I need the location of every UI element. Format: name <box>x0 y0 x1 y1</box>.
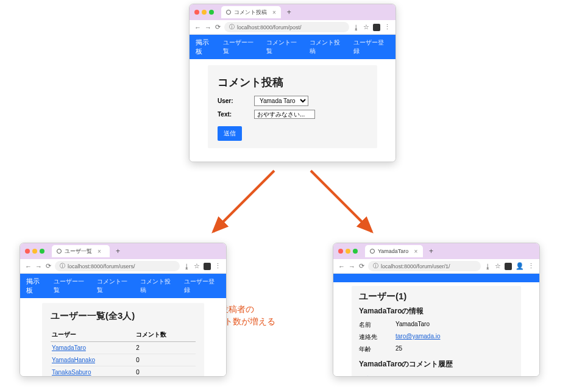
nav-link-post[interactable]: コメント投稿 <box>140 277 176 294</box>
user-link[interactable]: YamadaHanako <box>52 357 95 363</box>
favicon-icon <box>370 249 375 254</box>
browser-post: コメント投稿 × + ← → ⟳ ⓘ localhost:8000/forum/… <box>189 4 396 162</box>
tab-title: ユーザ一覧 <box>65 248 92 255</box>
info-key: 年齢 <box>359 345 395 354</box>
info-heading: YamadaTaroの情報 <box>359 306 514 316</box>
url-field[interactable]: ⓘ localhost:8000/forum/post/ <box>224 22 349 32</box>
nav-brand[interactable]: 掲示板 <box>26 277 46 295</box>
profile-icon[interactable]: 👤 <box>516 262 524 270</box>
url-text: localhost:8000/forum/post/ <box>237 24 302 30</box>
new-tab-button[interactable]: + <box>429 247 433 255</box>
star-icon[interactable]: ☆ <box>363 23 369 31</box>
table-row: TanakaSaburo 0 <box>51 366 196 377</box>
reload-button[interactable]: ⟳ <box>359 262 364 270</box>
info-icon: ⓘ <box>229 23 235 31</box>
user-link[interactable]: TanakaSaburo <box>52 369 91 376</box>
page-title: ユーザー一覧(全3人) <box>51 310 196 322</box>
address-bar: ← → ⟳ ⓘ localhost:8000/forum/post/ ⭳ ☆ ⋮ <box>190 20 395 35</box>
forward-button[interactable]: → <box>349 263 355 270</box>
nav-link-register[interactable]: ユーザー登録 <box>353 38 389 55</box>
col-count: コメント数 <box>135 328 196 342</box>
back-button[interactable]: ← <box>338 263 345 270</box>
info-value: YamadaTaro <box>395 321 430 329</box>
users-table: ユーザー コメント数 YamadaTaro 2 YamadaHanako 0 T… <box>51 328 196 376</box>
nav-link-comments[interactable]: コメント一覧 <box>266 38 302 55</box>
count-cell: 0 <box>135 354 196 366</box>
history-heading: YamadaTaroのコメント履歴 <box>359 359 514 369</box>
svg-line-0 <box>213 171 274 232</box>
url-field[interactable]: ⓘ localhost:8000/forum/user/1/ <box>368 261 481 271</box>
browser-tab[interactable]: コメント投稿 × <box>221 6 281 18</box>
favicon-icon <box>57 249 62 254</box>
window-controls[interactable] <box>25 249 44 254</box>
address-bar: ← → ⟳ ⓘ localhost:8000/forum/user/1/ ⭳ ☆… <box>333 259 539 274</box>
download-icon[interactable]: ⭳ <box>183 263 190 270</box>
menu-icon[interactable]: ⋮ <box>528 262 534 270</box>
count-cell: 0 <box>135 366 196 377</box>
menu-icon[interactable]: ⋮ <box>215 262 221 270</box>
download-icon[interactable]: ⭳ <box>484 263 491 270</box>
browser-tab[interactable]: ユーザ一覧 × <box>52 245 110 257</box>
window-controls[interactable] <box>338 249 358 254</box>
col-user: ユーザー <box>51 328 135 342</box>
address-bar: ← → ⟳ ⓘ localhost:8000/forum/users/ ⭳ ☆ … <box>20 259 226 274</box>
table-row: YamadaTaro 2 <box>51 342 196 354</box>
new-tab-button[interactable]: + <box>116 247 120 255</box>
nav-link-users[interactable]: ユーザー一覧 <box>54 277 90 294</box>
info-row: 年齢 25 <box>359 343 514 355</box>
text-input[interactable] <box>254 110 315 119</box>
comment-link[interactable]: こんにちは！！！ <box>359 375 408 376</box>
nav-brand[interactable]: 掲示板 <box>196 38 216 56</box>
count-cell: 2 <box>135 342 196 354</box>
info-key: 連絡先 <box>359 333 395 341</box>
url-text: localhost:8000/forum/users/ <box>68 263 135 269</box>
extension-icon[interactable] <box>505 263 512 270</box>
extension-icon[interactable] <box>373 24 380 31</box>
page-title: コメント投稿 <box>218 75 367 90</box>
new-tab-button[interactable]: + <box>287 8 291 16</box>
url-text: localhost:8000/forum/user/1/ <box>381 263 450 269</box>
forward-button[interactable]: → <box>35 263 42 270</box>
browser-user-detail: YamadaTaro × + ← → ⟳ ⓘ localhost:8000/fo… <box>333 243 540 377</box>
info-row: 名前 YamadaTaro <box>359 319 514 331</box>
tab-title: YamadaTaro <box>378 248 408 254</box>
url-field[interactable]: ⓘ localhost:8000/forum/users/ <box>55 261 180 271</box>
back-button[interactable]: ← <box>25 263 32 270</box>
extension-icon[interactable] <box>204 263 211 270</box>
close-icon[interactable]: × <box>98 248 101 255</box>
user-link[interactable]: YamadaTaro <box>52 344 86 351</box>
user-label: User: <box>218 98 254 104</box>
star-icon[interactable]: ☆ <box>194 262 200 270</box>
close-icon[interactable]: × <box>272 9 276 16</box>
browser-users: ユーザ一覧 × + ← → ⟳ ⓘ localhost:8000/forum/u… <box>20 243 227 377</box>
close-icon[interactable]: × <box>414 248 417 255</box>
app-navbar <box>333 274 539 282</box>
info-icon: ⓘ <box>373 262 378 270</box>
info-value: 25 <box>395 345 402 354</box>
nav-link-users[interactable]: ユーザー一覧 <box>223 38 259 55</box>
info-icon: ⓘ <box>60 262 65 270</box>
user-select[interactable]: Yamada Taro <box>254 96 308 106</box>
tab-bar: YamadaTaro × + <box>333 243 539 259</box>
nav-link-post[interactable]: コメント投稿 <box>310 38 346 55</box>
reload-button[interactable]: ⟳ <box>215 23 221 31</box>
tab-bar: コメント投稿 × + <box>190 4 395 20</box>
back-button[interactable]: ← <box>194 24 201 31</box>
arrow-to-right <box>299 165 384 244</box>
submit-button[interactable]: 送信 <box>218 126 242 141</box>
reload-button[interactable]: ⟳ <box>46 262 51 270</box>
arrow-to-left <box>201 165 286 244</box>
download-icon[interactable]: ⭳ <box>353 24 360 31</box>
window-controls[interactable] <box>194 10 214 15</box>
nav-link-comments[interactable]: コメント一覧 <box>97 277 133 294</box>
nav-link-register[interactable]: ユーザー登録 <box>184 277 220 294</box>
browser-tab[interactable]: YamadaTaro × <box>365 245 423 257</box>
tab-title: コメント投稿 <box>234 9 267 16</box>
svg-line-1 <box>311 171 372 232</box>
forward-button[interactable]: → <box>205 24 211 31</box>
star-icon[interactable]: ☆ <box>495 262 501 270</box>
menu-icon[interactable]: ⋮ <box>384 23 391 31</box>
email-link[interactable]: taro@yamada.io <box>395 333 441 341</box>
table-row: YamadaHanako 0 <box>51 354 196 366</box>
favicon-icon <box>226 10 231 15</box>
